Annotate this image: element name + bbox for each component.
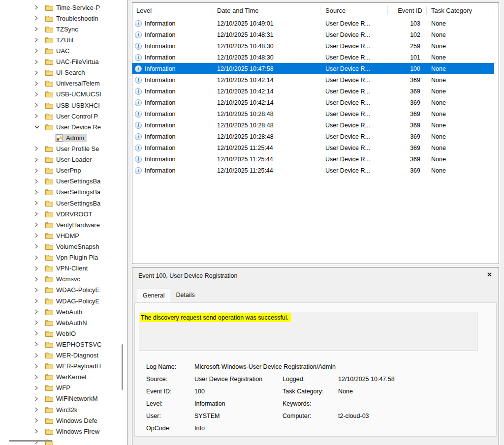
tree-item[interactable]: WDAG-PolicyE <box>0 285 127 296</box>
chevron-right-icon[interactable] <box>34 266 45 271</box>
tree-item[interactable]: Time-Service-P <box>0 2 127 13</box>
tree-item[interactable]: UserPnp <box>0 165 127 176</box>
chevron-right-icon[interactable] <box>34 386 45 390</box>
chevron-right-icon[interactable] <box>34 222 45 227</box>
tree-item[interactable]: User Profile Se <box>0 143 127 154</box>
chevron-down-icon[interactable] <box>34 125 45 129</box>
tree-item[interactable]: UniversalTelem <box>0 78 127 89</box>
table-row[interactable]: iInformation12/10/2025 10:42:14User Devi… <box>132 86 494 97</box>
chevron-right-icon[interactable] <box>34 342 45 347</box>
chevron-right-icon[interactable] <box>34 364 45 369</box>
table-row[interactable]: iInformation12/10/2025 11:25:44User Devi… <box>132 153 494 165</box>
table-row[interactable]: iInformation12/10/2025 10:47:58User Devi… <box>132 63 494 74</box>
table-row[interactable]: iInformation12/10/2025 10:28:48User Devi… <box>132 131 494 142</box>
chevron-right-icon[interactable] <box>34 233 45 238</box>
chevron-right-icon[interactable] <box>34 211 45 216</box>
chevron-right-icon[interactable] <box>34 92 45 97</box>
column-header-source[interactable]: Source <box>320 6 388 15</box>
tree-item[interactable]: VDRVROOT <box>0 208 127 219</box>
chevron-right-icon[interactable] <box>34 331 45 336</box>
chevron-right-icon[interactable] <box>34 16 45 21</box>
tree-item[interactable]: WebIO <box>0 328 127 339</box>
chevron-right-icon[interactable] <box>34 157 45 162</box>
tree-item[interactable]: WebAuth <box>0 306 127 317</box>
table-row[interactable]: iInformation12/10/2025 10:28:48User Devi… <box>132 108 494 119</box>
chevron-right-icon[interactable] <box>34 5 45 10</box>
chevron-right-icon[interactable] <box>34 277 45 282</box>
close-icon[interactable]: ✕ <box>487 271 492 278</box>
tree-item[interactable]: Wcmsvc <box>0 274 127 285</box>
tree-item[interactable]: WebAuthN <box>0 317 127 328</box>
chevron-right-icon[interactable] <box>34 407 45 412</box>
tree-item[interactable]: VPN-Client <box>0 263 127 274</box>
chevron-right-icon[interactable] <box>34 201 45 206</box>
chevron-right-icon[interactable] <box>34 288 45 293</box>
chevron-right-icon[interactable] <box>34 309 45 314</box>
tab-general[interactable]: General <box>137 289 170 302</box>
table-row[interactable]: iInformation12/10/2025 11:25:44User Devi… <box>132 142 494 153</box>
event-description-box[interactable]: The discovery request send operation was… <box>139 312 477 351</box>
tree-item[interactable]: WDAG-PolicyE <box>0 296 127 306</box>
chevron-right-icon[interactable] <box>34 70 45 75</box>
tree-item[interactable]: UserSettingsBa <box>0 187 127 198</box>
chevron-right-icon[interactable] <box>34 146 45 151</box>
tab-details[interactable]: Details <box>170 289 200 302</box>
chevron-right-icon[interactable] <box>34 375 45 380</box>
tree-item[interactable]: TZUtil <box>0 34 127 45</box>
tree-item[interactable]: UAC-FileVirtua <box>0 57 127 67</box>
column-header-event-id[interactable]: Event ID <box>388 6 427 15</box>
tree-item[interactable]: UserSettingsBa <box>0 176 127 187</box>
chevron-right-icon[interactable] <box>34 190 45 195</box>
chevron-right-icon[interactable] <box>34 429 45 434</box>
tree-item[interactable]: VolumeSnapsh <box>0 241 127 252</box>
chevron-right-icon[interactable] <box>34 320 45 325</box>
column-header-level[interactable]: Level <box>132 6 212 15</box>
tree-item[interactable]: Admin <box>0 132 127 143</box>
chevron-right-icon[interactable] <box>34 37 45 42</box>
tree-item[interactable]: WEPHOSTSVC <box>0 339 127 350</box>
chevron-right-icon[interactable] <box>34 244 45 249</box>
tree-item[interactable]: TZSync <box>0 24 127 34</box>
chevron-right-icon[interactable] <box>34 396 45 401</box>
table-row[interactable]: iInformation12/10/2025 10:28:48User Devi… <box>132 119 494 131</box>
tree-item[interactable]: User-Loader <box>0 154 127 165</box>
tree-item[interactable]: UserSettingsBa <box>0 198 127 208</box>
tree-horizontal-scrollbar[interactable] <box>9 440 52 442</box>
table-row[interactable]: iInformation12/10/2025 10:42:14User Devi… <box>132 74 494 86</box>
chevron-right-icon[interactable] <box>34 81 45 86</box>
chevron-right-icon[interactable] <box>34 179 45 184</box>
tree-item[interactable]: Troubleshootin <box>0 13 127 24</box>
chevron-right-icon[interactable] <box>34 114 45 119</box>
table-row[interactable]: iInformation12/10/2025 10:42:14User Devi… <box>132 97 494 108</box>
table-row[interactable]: iInformation12/10/2025 10:48:31User Devi… <box>132 29 494 40</box>
chevron-right-icon[interactable] <box>34 103 45 108</box>
chevron-right-icon[interactable] <box>34 27 45 31</box>
table-row[interactable]: iInformation12/10/2025 10:48:30User Devi… <box>132 52 494 63</box>
table-row[interactable]: iInformation12/10/2025 10:49:01User Devi… <box>132 18 494 29</box>
chevron-right-icon[interactable] <box>34 48 45 53</box>
tree-item[interactable]: Vpn Plugin Pla <box>0 252 127 263</box>
chevron-right-icon[interactable] <box>34 59 45 64</box>
chevron-right-icon[interactable] <box>34 353 45 358</box>
tree-vertical-scrollbar[interactable] <box>122 344 123 390</box>
tree-item[interactable]: UI-Search <box>0 67 127 78</box>
column-header-date-and-time[interactable]: Date and Time <box>212 6 320 15</box>
tree-item[interactable]: Windows Defe <box>0 415 127 426</box>
tree-item[interactable]: UAC <box>0 45 127 56</box>
tree-item[interactable]: USB-UCMUCSI <box>0 89 127 100</box>
chevron-right-icon[interactable] <box>34 298 45 303</box>
tree-item[interactable]: WFP <box>0 383 127 393</box>
chevron-right-icon[interactable] <box>34 418 45 423</box>
column-header-task-category[interactable]: Task Category <box>427 6 494 15</box>
tree-item[interactable]: USB-USBXHCI <box>0 100 127 111</box>
tree-item[interactable]: Windows Firew <box>0 426 127 437</box>
tree-item[interactable]: VerifyHardware <box>0 219 127 230</box>
chevron-right-icon[interactable] <box>34 168 45 173</box>
tree-item[interactable]: VHDMP <box>0 230 127 241</box>
tree-item[interactable]: WiFiNetworkM <box>0 393 127 404</box>
chevron-right-icon[interactable] <box>34 255 45 260</box>
tree-item[interactable]: User Control P <box>0 111 127 121</box>
tree-item[interactable]: WER-Diagnost <box>0 350 127 361</box>
tree-item[interactable]: WerKernel <box>0 372 127 383</box>
tree-item[interactable]: User Device Re <box>0 121 127 132</box>
